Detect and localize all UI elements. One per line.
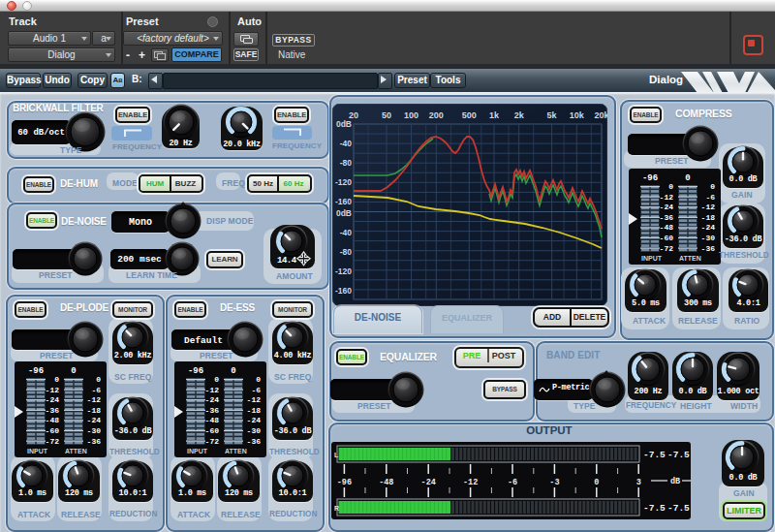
- svg-text:-7.5: -7.5: [667, 503, 690, 514]
- svg-text:-48: -48: [46, 416, 60, 424]
- svg-text:-6: -6: [251, 386, 261, 394]
- svg-text:-24: -24: [87, 416, 102, 424]
- svg-text:-30: -30: [701, 234, 716, 242]
- svg-text:-7.5: -7.5: [643, 450, 666, 460]
- svg-text:0: 0: [54, 375, 59, 384]
- svg-text:-24: -24: [421, 478, 436, 487]
- svg-text:-48: -48: [205, 416, 220, 424]
- svg-text:ATTEN: ATTEN: [679, 255, 701, 262]
- svg-text:-12: -12: [247, 395, 262, 404]
- svg-text:-3: -3: [549, 478, 559, 487]
- svg-text:-96: -96: [642, 173, 658, 183]
- svg-text:-24: -24: [46, 395, 60, 404]
- svg-text:-18: -18: [701, 213, 716, 222]
- svg-text:-160: -160: [335, 286, 352, 296]
- svg-text:2k: 2k: [514, 110, 525, 120]
- svg-text:-120: -120: [335, 177, 352, 187]
- svg-text:-12: -12: [46, 386, 60, 394]
- svg-text:INPUT: INPUT: [187, 448, 208, 454]
- svg-text:20k: 20k: [594, 110, 607, 120]
- svg-text:-24: -24: [660, 203, 674, 211]
- svg-text:-96: -96: [188, 366, 203, 376]
- svg-text:0: 0: [256, 375, 261, 384]
- svg-text:-60: -60: [46, 426, 60, 435]
- svg-text:0: 0: [96, 375, 101, 384]
- svg-text:-36: -36: [87, 437, 102, 446]
- svg-text:0: 0: [214, 375, 219, 384]
- svg-text:0: 0: [685, 173, 690, 183]
- svg-text:-72: -72: [660, 244, 674, 253]
- svg-text:-7.5: -7.5: [667, 450, 690, 460]
- svg-text:-36: -36: [660, 213, 674, 222]
- svg-text:-60: -60: [205, 426, 220, 435]
- svg-text:INPUT: INPUT: [641, 255, 663, 262]
- svg-text:500: 500: [462, 110, 477, 120]
- svg-text:-160: -160: [335, 197, 352, 206]
- svg-text:-12: -12: [87, 395, 102, 404]
- svg-text:0: 0: [71, 366, 76, 376]
- svg-text:-24: -24: [701, 223, 716, 232]
- svg-text:-80: -80: [340, 247, 353, 257]
- svg-text:-6: -6: [508, 478, 517, 487]
- svg-text:5k: 5k: [547, 110, 558, 120]
- svg-text:-72: -72: [46, 437, 60, 446]
- svg-text:-18: -18: [247, 406, 262, 415]
- svg-text:-12: -12: [701, 203, 716, 211]
- svg-text:3: 3: [636, 478, 641, 487]
- svg-text:L: L: [334, 452, 339, 458]
- svg-text:-18: -18: [87, 406, 102, 415]
- svg-text:-7.5: -7.5: [643, 503, 666, 514]
- svg-text:0dB: 0dB: [336, 119, 352, 129]
- svg-text:-40: -40: [340, 228, 353, 237]
- svg-text:0: 0: [710, 182, 715, 191]
- svg-text:-48: -48: [379, 478, 393, 487]
- svg-text:-12: -12: [463, 478, 478, 487]
- svg-text:dB: dB: [670, 477, 680, 486]
- svg-text:-40: -40: [340, 139, 353, 148]
- svg-text:-30: -30: [247, 426, 262, 435]
- svg-text:-36: -36: [247, 437, 262, 446]
- svg-text:-96: -96: [337, 478, 352, 487]
- svg-text:-6: -6: [705, 193, 715, 202]
- svg-text:ATTEN: ATTEN: [65, 448, 87, 454]
- svg-text:100: 100: [404, 110, 418, 120]
- svg-text:R: R: [334, 505, 339, 512]
- svg-text:0: 0: [594, 478, 599, 487]
- svg-text:-6: -6: [91, 386, 101, 394]
- svg-text:-96: -96: [28, 366, 44, 376]
- svg-text:0dB: 0dB: [336, 208, 352, 218]
- svg-text:-30: -30: [87, 426, 102, 435]
- svg-text:-60: -60: [660, 234, 674, 242]
- svg-text:200: 200: [429, 110, 444, 120]
- svg-text:0: 0: [231, 366, 235, 376]
- svg-text:-80: -80: [340, 158, 353, 168]
- svg-text:-72: -72: [205, 437, 220, 446]
- svg-text:ATTEN: ATTEN: [225, 448, 247, 454]
- svg-text:1k: 1k: [489, 110, 500, 120]
- svg-text:0: 0: [668, 182, 673, 191]
- svg-text:10k: 10k: [570, 110, 585, 120]
- svg-text:-48: -48: [660, 223, 674, 232]
- svg-text:-12: -12: [205, 386, 220, 394]
- svg-text:50: 50: [382, 110, 391, 120]
- svg-text:-120: -120: [335, 266, 352, 276]
- svg-text:-36: -36: [701, 244, 716, 253]
- svg-text:-12: -12: [660, 193, 674, 202]
- svg-text:-36: -36: [205, 406, 220, 415]
- svg-text:-24: -24: [205, 395, 220, 404]
- svg-text:-36: -36: [46, 406, 60, 415]
- svg-text:INPUT: INPUT: [27, 448, 48, 454]
- svg-text:-24: -24: [247, 416, 262, 424]
